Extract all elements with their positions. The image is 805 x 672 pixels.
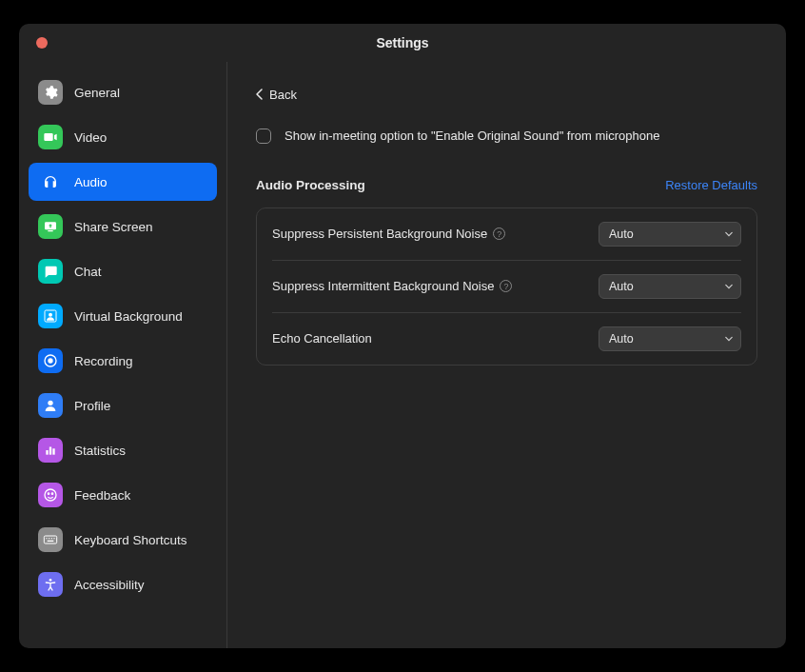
- original-sound-label: Show in-meeting option to "Enable Origin…: [285, 128, 659, 143]
- sidebar-item-video[interactable]: Video: [29, 118, 217, 156]
- svg-rect-12: [44, 536, 56, 544]
- traffic-lights: [36, 37, 48, 49]
- sidebar: GeneralVideoAudioShare ScreenChatVirtual…: [19, 62, 227, 648]
- accessibility-icon: [38, 572, 63, 597]
- panel-row: Echo CancellationAuto: [272, 313, 741, 365]
- original-sound-option: Show in-meeting option to "Enable Origin…: [256, 128, 757, 144]
- svg-point-5: [48, 401, 52, 405]
- svg-point-14: [49, 538, 49, 539]
- sidebar-item-label: Virtual Background: [74, 309, 183, 324]
- svg-point-13: [46, 538, 47, 539]
- sidebar-item-label: Profile: [74, 399, 110, 413]
- original-sound-checkbox[interactable]: [256, 128, 271, 144]
- sidebar-item-label: Statistics: [74, 444, 126, 458]
- section-title: Audio Processing: [256, 178, 365, 192]
- sidebar-item-label: Video: [74, 130, 107, 145]
- sidebar-item-label: Audio: [74, 175, 108, 189]
- headphones-icon: [38, 169, 63, 194]
- svg-point-4: [48, 358, 52, 363]
- help-icon[interactable]: ?: [500, 280, 512, 292]
- sidebar-item-label: General: [74, 86, 120, 100]
- sidebar-item-label: Feedback: [74, 488, 130, 503]
- sidebar-item-audio[interactable]: Audio: [29, 163, 217, 201]
- sidebar-item-accessibility[interactable]: Accessibility: [29, 565, 217, 603]
- svg-rect-8: [52, 448, 54, 454]
- panel-row: Suppress Persistent Background Noise?Aut…: [272, 208, 741, 261]
- svg-rect-7: [49, 447, 51, 455]
- sidebar-item-label: Recording: [74, 354, 133, 368]
- chevron-down-icon: [725, 231, 733, 237]
- smile-icon: [38, 483, 63, 507]
- sidebar-item-chat[interactable]: Chat: [29, 252, 217, 290]
- svg-point-11: [51, 493, 52, 494]
- help-icon[interactable]: ?: [493, 227, 505, 240]
- sidebar-item-label: Chat: [74, 265, 102, 279]
- svg-point-15: [51, 538, 52, 539]
- person-bg-icon: [38, 304, 63, 328]
- svg-point-10: [48, 493, 49, 494]
- content: GeneralVideoAudioShare ScreenChatVirtual…: [19, 62, 786, 648]
- sidebar-item-keyboard-shortcuts[interactable]: Keyboard Shortcuts: [29, 521, 217, 559]
- chevron-down-icon: [725, 336, 733, 342]
- sidebar-item-profile[interactable]: Profile: [29, 386, 217, 425]
- sidebar-item-virtual-background[interactable]: Virtual Background: [29, 297, 217, 335]
- back-button[interactable]: Back: [256, 88, 297, 102]
- window-title: Settings: [19, 35, 786, 50]
- sidebar-item-feedback[interactable]: Feedback: [29, 476, 217, 514]
- chevron-down-icon: [725, 284, 733, 289]
- svg-rect-17: [48, 541, 54, 542]
- section-header: Audio Processing Restore Defaults: [256, 178, 757, 192]
- restore-defaults-link[interactable]: Restore Defaults: [665, 178, 757, 192]
- chevron-left-icon: [256, 89, 264, 100]
- sidebar-item-share-screen[interactable]: Share Screen: [29, 208, 217, 246]
- main-panel: Back Show in-meeting option to "Enable O…: [227, 62, 786, 648]
- close-window-button[interactable]: [36, 37, 48, 49]
- svg-rect-6: [46, 450, 48, 455]
- record-icon: [38, 348, 63, 373]
- sidebar-item-recording[interactable]: Recording: [29, 342, 217, 380]
- svg-point-18: [49, 579, 52, 582]
- keyboard-icon: [38, 527, 63, 552]
- person-icon: [38, 393, 63, 418]
- chat-icon: [38, 259, 63, 284]
- row-label: Suppress Persistent Background Noise?: [272, 227, 505, 241]
- svg-point-2: [49, 313, 52, 317]
- audio-processing-panel: Suppress Persistent Background Noise?Aut…: [256, 208, 757, 366]
- sidebar-item-label: Share Screen: [74, 220, 153, 234]
- screen-icon: [38, 214, 63, 239]
- sidebar-item-label: Keyboard Shortcuts: [74, 533, 187, 547]
- video-icon: [38, 125, 63, 149]
- bars-icon: [38, 438, 63, 463]
- panel-row: Suppress Intermittent Background Noise?A…: [272, 261, 741, 313]
- row-dropdown[interactable]: Auto: [599, 274, 741, 299]
- svg-point-16: [53, 538, 54, 539]
- back-label: Back: [269, 88, 297, 102]
- row-dropdown[interactable]: Auto: [599, 222, 741, 247]
- row-dropdown[interactable]: Auto: [599, 326, 741, 351]
- row-label: Suppress Intermittent Background Noise?: [272, 279, 512, 293]
- sidebar-item-statistics[interactable]: Statistics: [29, 431, 217, 469]
- sidebar-item-general[interactable]: General: [29, 73, 217, 111]
- titlebar: Settings: [19, 24, 786, 62]
- settings-window: Settings GeneralVideoAudioShare ScreenCh…: [19, 24, 786, 648]
- svg-point-9: [45, 489, 56, 501]
- row-label: Echo Cancellation: [272, 331, 372, 346]
- gear-icon: [38, 80, 63, 105]
- sidebar-item-label: Accessibility: [74, 578, 145, 592]
